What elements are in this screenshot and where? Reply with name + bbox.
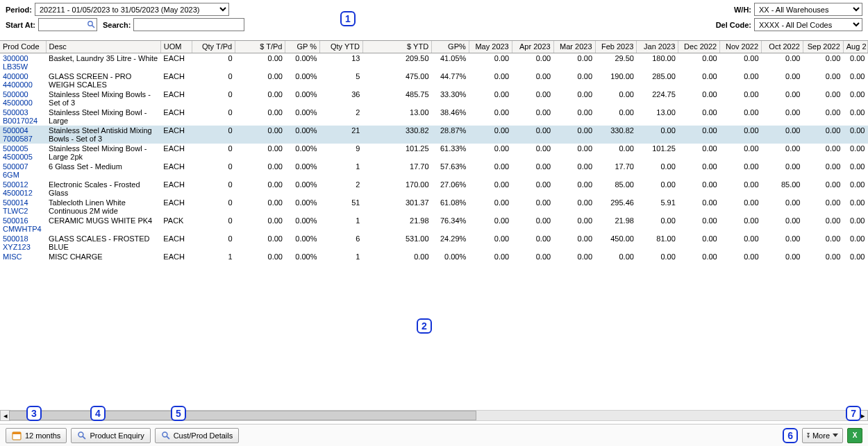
cell: 0.00 xyxy=(553,180,595,198)
cell: 0.00 xyxy=(469,144,512,162)
cell: 0.00 xyxy=(762,216,803,234)
cell: PACK xyxy=(160,216,192,234)
cell: 13.00 xyxy=(637,108,678,126)
cell: 21.98 xyxy=(362,216,431,234)
cell: 0.00 xyxy=(595,144,637,162)
svg-line-5 xyxy=(83,436,86,439)
grid-header-row[interactable]: Prod CodeDescUOMQty T/Pd$ T/PdGP %Qty YT… xyxy=(0,41,868,53)
column-header[interactable]: Aug 2 xyxy=(843,41,867,53)
cell: 0.00 xyxy=(720,216,762,234)
cell: 0.00 xyxy=(803,198,843,216)
cell: 0.00 xyxy=(843,252,867,261)
table-row[interactable]: 500014 TLWC2Tablecloth Linen White Conti… xyxy=(0,198,868,216)
cell: 0.00 xyxy=(512,144,553,162)
cell: 0 xyxy=(192,198,235,216)
column-header[interactable]: GP% xyxy=(432,41,469,53)
column-header[interactable]: GP % xyxy=(285,41,320,53)
scroll-thumb[interactable] xyxy=(9,411,476,420)
table-row[interactable]: 300000 LB35WBasket, Laundry 35 Litre - W… xyxy=(0,53,868,71)
delcode-select[interactable]: XXXX - All Del Codes xyxy=(754,18,862,31)
cell: 0.00 xyxy=(235,53,285,71)
cell: 224.75 xyxy=(637,89,678,108)
column-header[interactable]: $ T/Pd xyxy=(235,41,285,53)
column-header[interactable]: Apr 2023 xyxy=(512,41,553,53)
column-header[interactable]: $ YTD xyxy=(362,41,431,53)
cell: Stainless Steel Mixing Bowl - Large xyxy=(46,108,160,126)
table-row[interactable]: 500005 4500005Stainless Steel Mixing Bow… xyxy=(0,144,868,162)
product-enquiry-label: Product Enquiry xyxy=(90,431,144,440)
cell: 500003 B0017024 xyxy=(0,108,46,126)
cell: 0.00 xyxy=(843,180,867,198)
cell: 1 xyxy=(320,252,363,261)
table-row[interactable]: 400000 4400000GLASS SCREEN - PRO WEIGH S… xyxy=(0,71,868,89)
cell: 0.00 xyxy=(678,71,720,89)
period-select[interactable]: 202211 - 01/05/2023 to 31/05/2023 (May 2… xyxy=(35,3,229,16)
cell: 500012 4500012 xyxy=(0,180,46,198)
cell: 475.00 xyxy=(362,71,431,89)
table-row[interactable]: 500016 CMWHTP4CERAMIC MUGS WHITE PK4PACK… xyxy=(0,216,868,234)
column-header[interactable]: Feb 2023 xyxy=(595,41,637,53)
table-row[interactable]: 500007 6GM6 Glass Set - MediumEACH00.000… xyxy=(0,162,868,180)
column-header[interactable]: Nov 2022 xyxy=(720,41,762,53)
column-header[interactable]: Prod Code xyxy=(0,41,46,53)
cell: 0 xyxy=(192,108,235,126)
column-header[interactable]: Dec 2022 xyxy=(678,41,720,53)
cell: 0.00 xyxy=(843,198,867,216)
column-header[interactable]: Jan 2023 xyxy=(637,41,678,53)
cell: 0.00% xyxy=(285,180,320,198)
delcode-label: Del Code: xyxy=(716,21,751,29)
more-button[interactable]: ▾▾ More xyxy=(802,428,843,443)
table-row[interactable]: 500018 XYZ123GLASS SCALES - FROSTED BLUE… xyxy=(0,234,868,252)
column-header[interactable]: Sep 2022 xyxy=(803,41,843,53)
cell: 0.00% xyxy=(285,252,320,261)
cell: 0.00 xyxy=(512,71,553,89)
cell: EACH xyxy=(160,89,192,108)
table-row[interactable]: 500012 4500012Electronic Scales - Froste… xyxy=(0,180,868,198)
column-header[interactable]: Mar 2023 xyxy=(553,41,595,53)
table-row[interactable]: MISCMISC CHARGEEACH10.000.00%10.000.00%0… xyxy=(0,252,868,261)
wh-label: W/H: xyxy=(734,6,751,14)
cell: 485.75 xyxy=(362,89,431,108)
svg-rect-3 xyxy=(12,432,21,434)
search-input[interactable] xyxy=(133,18,244,31)
startat-search-icon[interactable] xyxy=(86,19,96,29)
warehouse-select[interactable]: XX - All Warehouses xyxy=(754,3,862,16)
column-header[interactable]: Qty YTD xyxy=(320,41,363,53)
cell: 0.00 xyxy=(720,126,762,144)
cell: 0.00 xyxy=(637,162,678,180)
cell: 0.00 xyxy=(843,216,867,234)
table-row[interactable]: 500000 4500000Stainless Steel Mixing Bow… xyxy=(0,89,868,108)
cell: 0.00% xyxy=(285,126,320,144)
column-header[interactable]: UOM xyxy=(160,41,192,53)
cell: 0 xyxy=(192,162,235,180)
cell: 0.00 xyxy=(720,53,762,71)
table-row[interactable]: 500003 B0017024Stainless Steel Mixing Bo… xyxy=(0,108,868,126)
cell: 0 xyxy=(192,180,235,198)
column-header[interactable]: Oct 2022 xyxy=(762,41,803,53)
cell: 180.00 xyxy=(637,53,678,71)
column-header[interactable]: Desc xyxy=(46,41,160,53)
cell: 0 xyxy=(192,126,235,144)
cell: 85.00 xyxy=(595,180,637,198)
horizontal-scrollbar[interactable]: ◂ ▸ xyxy=(8,410,860,421)
cell: 0.00% xyxy=(285,144,320,162)
cell: 21.98 xyxy=(595,216,637,234)
cell: Stainless Steel Mixing Bowls - Set of 3 xyxy=(46,89,160,108)
product-enquiry-button[interactable]: Product Enquiry xyxy=(71,428,150,443)
cell: 0.00 xyxy=(803,53,843,71)
cell: 51 xyxy=(320,198,363,216)
bottom-toolbar: 12 months Product Enquiry Cust/Prod Deta… xyxy=(0,424,868,446)
cust-prod-details-button[interactable]: Cust/Prod Details xyxy=(155,428,240,443)
column-header[interactable]: May 2023 xyxy=(469,41,512,53)
cell: 5.91 xyxy=(637,198,678,216)
twelve-months-button[interactable]: 12 months xyxy=(6,428,67,443)
cell: 0.00 xyxy=(843,144,867,162)
export-excel-button[interactable]: X xyxy=(847,428,862,443)
column-header[interactable]: Qty T/Pd xyxy=(192,41,235,53)
cell: 0.00 xyxy=(553,53,595,71)
cell: 0.00 xyxy=(720,144,762,162)
svg-point-6 xyxy=(162,432,167,437)
table-row[interactable]: 500004 7000587Stainless Steel Antiskid M… xyxy=(0,126,868,144)
startat-label: Start At: xyxy=(6,21,35,29)
cell: 0.00 xyxy=(720,71,762,89)
